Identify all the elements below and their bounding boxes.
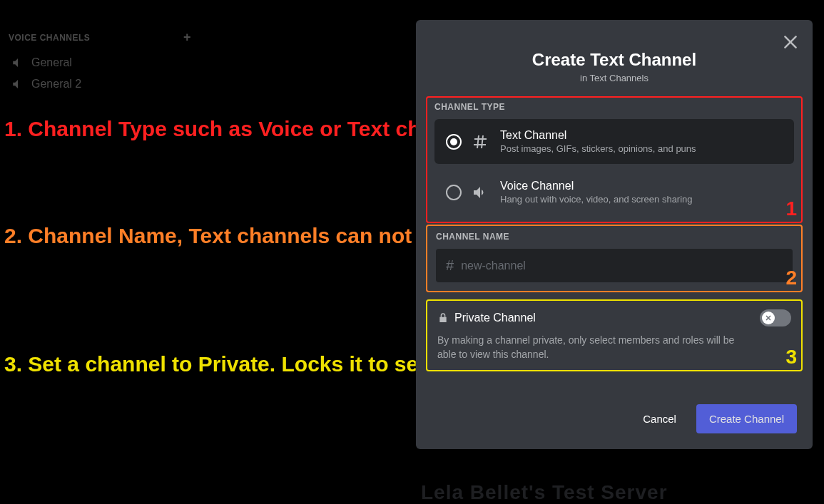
channel-type-voice-option[interactable]: Voice Channel Hang out with voice, video… <box>434 170 794 215</box>
hash-icon: # <box>446 257 454 274</box>
toggle-knob-icon <box>762 312 775 324</box>
cancel-button[interactable]: Cancel <box>634 404 685 433</box>
modal-subtitle: in Text Channels <box>430 73 798 83</box>
voice-channel-general-2[interactable]: General 2 <box>9 73 191 95</box>
create-channel-button[interactable]: Create Channel <box>696 404 797 433</box>
speaker-icon <box>11 78 24 91</box>
annotation-number-2: 2 <box>785 267 797 289</box>
channel-type-section: CHANNEL TYPE Text Channel Post images, G… <box>426 96 803 223</box>
voice-channel-label: General <box>31 56 72 69</box>
private-channel-title: Private Channel <box>454 312 536 324</box>
close-icon[interactable] <box>781 33 800 51</box>
voice-channels-category[interactable]: VOICE CHANNELS + <box>9 30 191 45</box>
background-server-name: Lela Bellet's Test Server <box>421 481 668 504</box>
private-channel-section: Private Channel By making a channel priv… <box>426 299 803 371</box>
channel-type-label: CHANNEL TYPE <box>434 102 794 112</box>
voice-channel-desc: Hang out with voice, video, and screen s… <box>500 194 693 205</box>
text-channel-title: Text Channel <box>500 129 696 142</box>
annotation-number-3: 3 <box>785 346 797 369</box>
speaker-icon <box>11 56 24 69</box>
channel-name-section: CHANNEL NAME # 2 <box>426 225 803 292</box>
annotation-number-1: 1 <box>785 197 797 220</box>
channel-name-label: CHANNEL NAME <box>436 232 793 242</box>
radio-selected-icon <box>446 134 462 150</box>
private-channel-desc: By making a channel private, only select… <box>437 334 751 361</box>
channel-name-input[interactable] <box>461 259 783 272</box>
lock-icon <box>437 312 449 324</box>
add-channel-icon[interactable]: + <box>183 30 191 45</box>
channel-name-input-wrapper[interactable]: # <box>436 249 793 282</box>
create-channel-modal: Create Text Channel in Text Channels CHA… <box>416 20 813 449</box>
modal-title: Create Text Channel <box>430 50 798 70</box>
voice-channel-general[interactable]: General <box>9 52 191 73</box>
voice-channel-title: Voice Channel <box>500 180 693 192</box>
radio-unselected-icon <box>446 185 462 200</box>
voice-channel-label: General 2 <box>31 78 81 91</box>
text-channel-desc: Post images, GIFs, stickers, opinions, a… <box>500 143 696 154</box>
channel-type-text-option[interactable]: Text Channel Post images, GIFs, stickers… <box>434 119 794 164</box>
hash-icon <box>472 133 490 150</box>
annotation-1: 1. Channel Type such as Voice or Text ch… <box>4 115 477 143</box>
channel-list: VOICE CHANNELS + General General 2 <box>0 0 200 109</box>
modal-footer: Cancel Create Channel <box>416 371 813 436</box>
speaker-icon <box>472 184 490 201</box>
voice-channels-label: VOICE CHANNELS <box>9 33 90 43</box>
private-channel-toggle[interactable] <box>760 309 791 326</box>
